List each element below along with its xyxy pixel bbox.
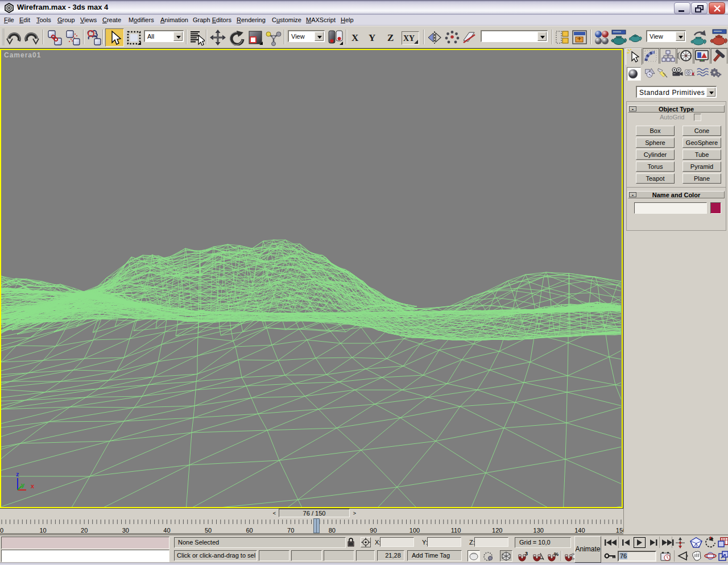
svg-text:50: 50 [205, 527, 212, 534]
svg-text:90: 90 [370, 527, 377, 534]
svg-text:110: 110 [451, 527, 461, 534]
svg-text:150: 150 [616, 527, 623, 534]
svg-text:40: 40 [163, 527, 170, 534]
svg-text:100: 100 [410, 527, 420, 534]
svg-text:%: % [554, 551, 559, 557]
svg-text:XY: XY [403, 34, 415, 43]
svg-text:30: 30 [122, 527, 129, 534]
svg-text:10: 10 [39, 527, 46, 534]
svg-text:140: 140 [574, 527, 585, 534]
svg-text:Y: Y [369, 32, 375, 43]
svg-text:z: z [16, 471, 19, 477]
svg-text:X: X [351, 32, 359, 43]
svg-text:80: 80 [329, 527, 336, 534]
svg-text:3: 3 [525, 551, 528, 556]
svg-text:y: y [21, 481, 25, 488]
svg-text:x: x [31, 483, 35, 489]
svg-text:0: 0 [0, 527, 3, 534]
svg-text:70: 70 [287, 527, 294, 534]
svg-text:Z: Z [387, 32, 394, 43]
svg-text:120: 120 [492, 527, 502, 534]
svg-text:130: 130 [533, 527, 544, 534]
svg-text:60: 60 [246, 527, 253, 534]
svg-text:20: 20 [81, 527, 88, 534]
